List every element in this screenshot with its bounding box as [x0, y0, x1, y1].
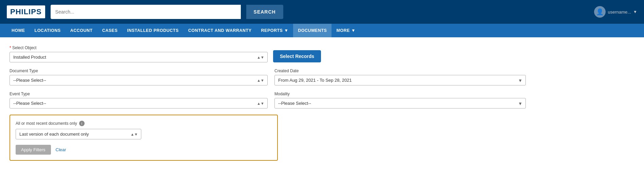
- main-content: Select Object Installed Product ▲▼ Selec…: [0, 37, 644, 172]
- navigation: HOME LOCATIONS ACCOUNT CASES INSTALLED P…: [0, 24, 644, 37]
- created-date-dropdown[interactable]: From Aug 29, 2021 - To Sep 28, 2021: [274, 75, 526, 85]
- select-object-label: Select Object: [10, 45, 268, 50]
- search-button[interactable]: SEARCH: [246, 5, 283, 19]
- version-dropdown[interactable]: Last version of each document only: [16, 129, 141, 139]
- event-modality-row: Event Type --Please Select-- ▲▼ Modality…: [10, 92, 634, 109]
- chevron-down-icon[interactable]: ▼: [633, 9, 637, 14]
- button-row: Apply Filters Clear: [16, 145, 272, 155]
- modality-wrapper: --Please Select-- ▼: [274, 98, 526, 109]
- search-input[interactable]: [51, 5, 241, 19]
- nav-item-more[interactable]: MORE ▼: [332, 24, 360, 37]
- created-date-label: Created Date: [274, 68, 526, 73]
- nav-item-installed-products[interactable]: INSTALLED PRODUCTS: [122, 24, 183, 37]
- document-type-wrapper: --Please Select-- ▲▼: [10, 75, 268, 85]
- created-date-group: Created Date From Aug 29, 2021 - To Sep …: [274, 68, 526, 85]
- nav-item-locations[interactable]: LOCATIONS: [30, 24, 66, 37]
- select-object-dropdown[interactable]: Installed Product: [10, 52, 268, 62]
- modality-label: Modality: [274, 92, 526, 96]
- avatar: 👤: [594, 6, 606, 18]
- nav-item-documents[interactable]: DOCUMENTS: [293, 24, 332, 37]
- header: PHILIPS SEARCH 👤 username... ▼: [0, 0, 644, 24]
- apply-filters-button[interactable]: Apply Filters: [16, 145, 51, 155]
- nav-item-contract-warranty[interactable]: CONTRACT AND WARRANTY: [183, 24, 256, 37]
- more-dropdown-icon: ▼: [351, 28, 356, 33]
- object-row: Select Object Installed Product ▲▼ Selec…: [10, 45, 634, 62]
- select-object-group: Select Object Installed Product ▲▼: [10, 45, 268, 62]
- reports-dropdown-icon: ▼: [284, 28, 288, 33]
- nav-item-reports[interactable]: REPORTS ▼: [256, 24, 293, 37]
- document-type-label: Document Type: [10, 68, 268, 73]
- event-type-dropdown[interactable]: --Please Select--: [10, 98, 268, 109]
- clear-link[interactable]: Clear: [54, 145, 68, 155]
- filter-box-label: All or most recent documents only i: [16, 121, 272, 126]
- nav-item-home[interactable]: HOME: [7, 24, 30, 37]
- nav-item-cases[interactable]: CASES: [97, 24, 123, 37]
- select-object-wrapper: Installed Product ▲▼: [10, 52, 268, 62]
- modality-group: Modality --Please Select-- ▼: [274, 92, 526, 109]
- event-type-label: Event Type: [10, 92, 268, 96]
- logo-text: PHILIPS: [10, 7, 42, 16]
- event-type-group: Event Type --Please Select-- ▲▼: [10, 92, 268, 109]
- select-records-button[interactable]: Select Records: [273, 50, 321, 62]
- document-type-group: Document Type --Please Select-- ▲▼: [10, 68, 268, 85]
- user-name: username...: [608, 9, 631, 15]
- version-wrapper: Last version of each document only ▲▼: [16, 129, 141, 139]
- info-icon[interactable]: i: [79, 121, 85, 126]
- nav-item-account[interactable]: ACCOUNT: [66, 24, 97, 37]
- doc-type-date-row: Document Type --Please Select-- ▲▼ Creat…: [10, 68, 634, 85]
- filter-box: All or most recent documents only i Last…: [10, 115, 278, 161]
- event-type-wrapper: --Please Select-- ▲▼: [10, 98, 268, 109]
- created-date-wrapper: From Aug 29, 2021 - To Sep 28, 2021 ▼: [274, 75, 526, 85]
- document-type-dropdown[interactable]: --Please Select--: [10, 75, 268, 85]
- user-area: 👤 username... ▼: [594, 6, 637, 18]
- logo: PHILIPS: [7, 5, 45, 18]
- modality-dropdown[interactable]: --Please Select--: [274, 98, 526, 109]
